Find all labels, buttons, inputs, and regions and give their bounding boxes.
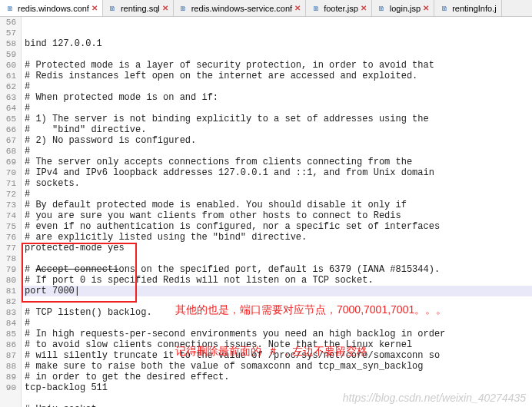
file-icon: 🗎 xyxy=(377,3,387,14)
line-number: 71 xyxy=(3,178,16,189)
code-line[interactable]: # xyxy=(22,189,532,200)
line-number: 85 xyxy=(3,329,16,339)
code-line[interactable]: # 1) The server is not binding explicitl… xyxy=(22,114,532,124)
line-number: 58 xyxy=(3,38,16,49)
code-line[interactable]: # to avoid slow clients connections issu… xyxy=(22,339,532,350)
line-number: 64 xyxy=(3,103,16,114)
line-number: 60 xyxy=(3,60,16,71)
line-number: 63 xyxy=(3,92,16,103)
code-line[interactable]: # xyxy=(22,81,532,92)
line-number: 66 xyxy=(3,124,16,135)
close-icon[interactable]: ✕ xyxy=(91,4,98,12)
line-number: 79 xyxy=(3,264,16,275)
file-icon: 🗎 xyxy=(439,3,450,14)
tab-renting-sql[interactable]: 🗎 renting.sql ✕ xyxy=(103,0,174,16)
line-number: 57 xyxy=(3,28,16,38)
line-number: 87 xyxy=(3,350,16,361)
line-number: 78 xyxy=(3,253,16,264)
code-line[interactable]: # xyxy=(22,318,532,329)
code-line[interactable]: tcp-backlog 511 xyxy=(22,382,532,393)
line-number: 81 xyxy=(3,286,16,296)
line-number: 76 xyxy=(3,232,16,243)
line-number: 56 xyxy=(3,17,16,28)
code-line[interactable] xyxy=(22,49,532,60)
code-line[interactable]: # xyxy=(22,146,532,157)
tab-label: login.jsp xyxy=(390,4,421,13)
line-number-gutter: 5657585960616263646566676869707172737475… xyxy=(0,17,22,407)
line-number: 88 xyxy=(3,361,16,372)
tab-label: redis.windows.conf xyxy=(18,4,89,13)
code-line[interactable]: # IPv4 and IPv6 loopback addresses 127.0… xyxy=(22,167,532,178)
code-line[interactable]: protected-mode yes xyxy=(22,243,532,253)
code-line[interactable]: # "bind" directive. xyxy=(22,124,532,135)
line-number: 70 xyxy=(3,167,16,178)
line-number: 62 xyxy=(3,81,16,92)
code-line[interactable]: # make sure to raise both the value of s… xyxy=(22,361,532,372)
line-number: 83 xyxy=(3,307,16,318)
code-content[interactable]: bind 127.0.0.1# Protected mode is a laye… xyxy=(22,17,532,407)
tab-rentinginfo[interactable]: 🗎 rentingInfo.j xyxy=(434,0,501,16)
line-number: 86 xyxy=(3,339,16,350)
line-number: 77 xyxy=(3,243,16,253)
close-icon[interactable]: ✕ xyxy=(294,4,301,12)
code-line[interactable]: bind 127.0.0.1 xyxy=(22,38,532,49)
code-line[interactable]: # TCP listen() backlog. xyxy=(22,307,532,318)
line-number: 73 xyxy=(3,200,16,210)
tab-login-jsp[interactable]: 🗎 login.jsp ✕ xyxy=(372,0,434,16)
code-line[interactable]: # Unix socket. xyxy=(22,404,532,407)
editor-area[interactable]: 5657585960616263646566676869707172737475… xyxy=(0,17,532,407)
close-icon[interactable]: ✕ xyxy=(361,4,367,12)
line-number: 80 xyxy=(3,275,16,286)
line-number: 67 xyxy=(3,135,16,146)
close-icon[interactable]: ✕ xyxy=(162,4,168,12)
tab-label: footer.jsp xyxy=(324,4,358,13)
code-line[interactable]: # Accept connections on the specified po… xyxy=(22,264,532,275)
line-number: 74 xyxy=(3,210,16,221)
code-line[interactable]: # Protected mode is a layer of security … xyxy=(22,60,532,71)
tab-label: renting.sql xyxy=(121,4,160,13)
tab-footer-jsp[interactable]: 🗎 footer.jsp ✕ xyxy=(306,0,372,16)
line-number: 82 xyxy=(3,296,16,307)
file-icon: 🗎 xyxy=(311,3,321,14)
line-number: 59 xyxy=(3,49,16,60)
line-number: 61 xyxy=(3,71,16,81)
tab-redis-windows-conf[interactable]: 🗎 redis.windows.conf ✕ xyxy=(0,0,103,16)
code-line[interactable]: # sockets. xyxy=(22,178,532,189)
code-line[interactable]: # If port 0 is specified Redis will not … xyxy=(22,275,532,286)
line-number: 65 xyxy=(3,114,16,124)
code-line[interactable]: # will silently truncate it to the value… xyxy=(22,350,532,361)
code-line[interactable] xyxy=(22,253,532,264)
code-line[interactable]: # you are sure you want clients from oth… xyxy=(22,210,532,221)
line-number: 68 xyxy=(3,146,16,157)
line-number: 89 xyxy=(3,372,16,382)
code-line[interactable] xyxy=(22,296,532,307)
file-icon: 🗎 xyxy=(5,3,15,14)
code-line[interactable]: # The server only accepts connections fr… xyxy=(22,157,532,167)
code-line[interactable]: # xyxy=(22,103,532,114)
line-number: 75 xyxy=(3,221,16,232)
line-number: 72 xyxy=(3,189,16,200)
file-icon: 🗎 xyxy=(108,3,118,14)
line-number: 84 xyxy=(3,318,16,329)
code-line[interactable]: # are explicitly listed using the "bind"… xyxy=(22,232,532,243)
code-line[interactable]: # In high requests-per-second environmen… xyxy=(22,329,532,339)
code-line[interactable]: # even if no authentication is configure… xyxy=(22,221,532,232)
tab-bar: 🗎 redis.windows.conf ✕ 🗎 renting.sql ✕ 🗎… xyxy=(0,0,532,17)
tab-redis-windows-service-conf[interactable]: 🗎 redis.windows-service.conf ✕ xyxy=(174,0,306,16)
code-line[interactable] xyxy=(22,393,532,404)
tab-label: rentingInfo.j xyxy=(452,4,496,13)
code-line[interactable]: port 7000 xyxy=(22,286,532,296)
code-line[interactable]: # By default protected mode is enabled. … xyxy=(22,200,532,210)
file-icon: 🗎 xyxy=(178,3,189,14)
tab-label: redis.windows-service.conf xyxy=(191,4,292,13)
code-line[interactable]: # Redis instances left open on the inter… xyxy=(22,71,532,81)
close-icon[interactable]: ✕ xyxy=(423,4,429,12)
code-line[interactable]: # in order to get the desired effect. xyxy=(22,372,532,382)
line-number: 69 xyxy=(3,157,16,167)
line-number: 90 xyxy=(3,382,16,393)
code-line[interactable]: # When protected mode is on and if: xyxy=(22,92,532,103)
code-line[interactable]: # 2) No password is configured. xyxy=(22,135,532,146)
